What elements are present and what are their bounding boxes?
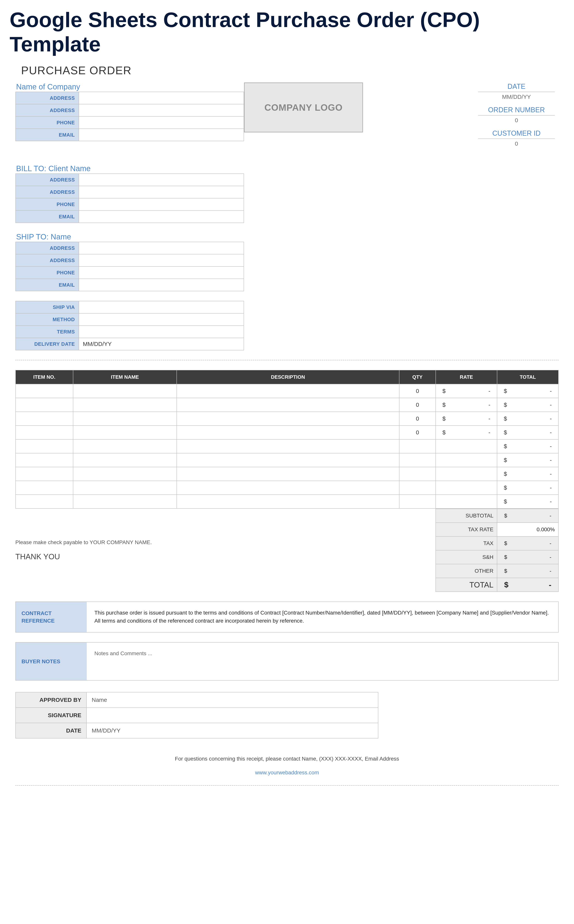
billto-field-value[interactable]: [79, 173, 244, 186]
item-cell-desc[interactable]: [177, 467, 399, 481]
shipopt-value[interactable]: [79, 326, 244, 338]
shipopt-value[interactable]: [79, 313, 244, 326]
approved-by-label: APPROVED BY: [16, 692, 87, 708]
item-cell-qty[interactable]: [399, 495, 436, 508]
company-field-value[interactable]: [79, 104, 244, 117]
other-value[interactable]: $-: [497, 564, 558, 578]
company-field-value[interactable]: [79, 92, 244, 104]
table-row: 0$-$-: [16, 398, 558, 412]
item-cell-qty[interactable]: 0: [399, 398, 436, 412]
buyer-notes-text[interactable]: Notes and Comments ...: [87, 643, 558, 680]
shipopt-label: DELIVERY DATE: [16, 338, 79, 350]
order-number-label: ORDER NUMBER: [478, 106, 555, 115]
item-cell-rate[interactable]: $-: [436, 426, 497, 439]
item-cell-rate[interactable]: $-: [436, 412, 497, 426]
item-cell-itemno[interactable]: [16, 467, 73, 481]
item-cell-itemname[interactable]: [73, 426, 177, 439]
item-cell-itemno[interactable]: [16, 439, 73, 453]
total-value: $-: [497, 578, 558, 592]
sh-value[interactable]: $-: [497, 550, 558, 564]
customer-id-value[interactable]: 0: [474, 140, 559, 147]
other-label: OTHER: [436, 564, 497, 578]
po-heading: PURCHASE ORDER: [21, 64, 559, 77]
order-number-value[interactable]: 0: [474, 117, 559, 123]
item-cell-itemname[interactable]: [73, 467, 177, 481]
item-cell-qty[interactable]: 0: [399, 412, 436, 426]
shipping-options-table: SHIP VIA METHOD TERMS DELIVERY DATEMM/DD…: [15, 301, 244, 350]
billto-field-value[interactable]: [79, 198, 244, 210]
item-cell-itemno[interactable]: [16, 412, 73, 426]
shipto-field-value[interactable]: [79, 242, 244, 254]
item-cell-qty[interactable]: [399, 481, 436, 495]
item-cell-desc[interactable]: [177, 384, 399, 398]
table-row: $-: [16, 467, 558, 481]
item-cell-itemno[interactable]: [16, 495, 73, 508]
item-cell-desc[interactable]: [177, 453, 399, 467]
item-cell-rate[interactable]: [436, 481, 497, 495]
table-row: 0$-$-: [16, 426, 558, 439]
item-cell-qty[interactable]: 0: [399, 384, 436, 398]
buyer-notes-box: BUYER NOTES Notes and Comments ...: [15, 642, 559, 681]
company-field-value[interactable]: [79, 117, 244, 129]
shipto-field-value[interactable]: [79, 279, 244, 291]
table-row: $-: [16, 453, 558, 467]
billto-field-value[interactable]: [79, 186, 244, 198]
item-cell-qty[interactable]: [399, 467, 436, 481]
item-cell-qty[interactable]: [399, 453, 436, 467]
item-cell-itemname[interactable]: [73, 412, 177, 426]
item-cell-itemno[interactable]: [16, 398, 73, 412]
billto-field-label: PHONE: [16, 198, 79, 210]
item-cell-desc[interactable]: [177, 495, 399, 508]
item-cell-rate[interactable]: [436, 495, 497, 508]
item-cell-itemno[interactable]: [16, 453, 73, 467]
item-cell-rate[interactable]: $-: [436, 398, 497, 412]
subtotal-label: SUBTOTAL: [436, 509, 497, 523]
billto-field-label: EMAIL: [16, 210, 79, 223]
item-cell-total: $-: [497, 426, 558, 439]
item-cell-itemno[interactable]: [16, 384, 73, 398]
item-cell-itemname[interactable]: [73, 495, 177, 508]
item-cell-itemname[interactable]: [73, 398, 177, 412]
bill-to-table: ADDRESS ADDRESS PHONE EMAIL: [15, 173, 244, 223]
item-cell-qty[interactable]: [399, 439, 436, 453]
order-meta-block: DATE MM/DD/YY ORDER NUMBER 0 CUSTOMER ID…: [474, 82, 559, 153]
shipopt-value[interactable]: MM/DD/YY: [79, 338, 244, 350]
shipopt-value[interactable]: [79, 301, 244, 313]
date-value[interactable]: MM/DD/YY: [474, 94, 559, 100]
item-cell-rate[interactable]: $-: [436, 384, 497, 398]
billto-field-value[interactable]: [79, 210, 244, 223]
company-field-value[interactable]: [79, 129, 244, 141]
company-info-table: ADDRESS ADDRESS PHONE EMAIL: [15, 92, 244, 141]
footer-web-address[interactable]: www.yourwebaddress.com: [15, 769, 559, 776]
item-cell-itemname[interactable]: [73, 439, 177, 453]
item-cell-desc[interactable]: [177, 412, 399, 426]
approval-date-value[interactable]: MM/DD/YY: [87, 723, 378, 738]
shipto-field-value[interactable]: [79, 266, 244, 279]
approved-by-value[interactable]: Name: [87, 692, 378, 708]
item-cell-desc[interactable]: [177, 398, 399, 412]
table-row: $-: [16, 481, 558, 495]
item-cell-desc[interactable]: [177, 481, 399, 495]
shipto-field-value[interactable]: [79, 254, 244, 266]
item-cell-desc[interactable]: [177, 439, 399, 453]
signature-value[interactable]: [87, 708, 378, 723]
item-cell-rate[interactable]: [436, 467, 497, 481]
items-header: ITEM NAME: [73, 370, 177, 384]
item-cell-total: $-: [497, 398, 558, 412]
item-cell-itemname[interactable]: [73, 481, 177, 495]
item-cell-itemname[interactable]: [73, 453, 177, 467]
item-cell-total: $-: [497, 467, 558, 481]
item-cell-itemname[interactable]: [73, 384, 177, 398]
item-cell-itemno[interactable]: [16, 481, 73, 495]
company-logo-placeholder: COMPANY LOGO: [244, 82, 363, 132]
item-cell-qty[interactable]: 0: [399, 426, 436, 439]
contract-reference-label: CONTRACT REFERENCE: [16, 602, 87, 632]
shipopt-label: METHOD: [16, 313, 79, 326]
item-cell-itemno[interactable]: [16, 426, 73, 439]
taxrate-value[interactable]: 0.000%: [497, 523, 558, 536]
subtotal-value: $-: [497, 509, 558, 523]
contract-reference-text[interactable]: This purchase order is issued pursuant t…: [87, 602, 558, 632]
item-cell-rate[interactable]: [436, 439, 497, 453]
item-cell-desc[interactable]: [177, 426, 399, 439]
item-cell-rate[interactable]: [436, 453, 497, 467]
